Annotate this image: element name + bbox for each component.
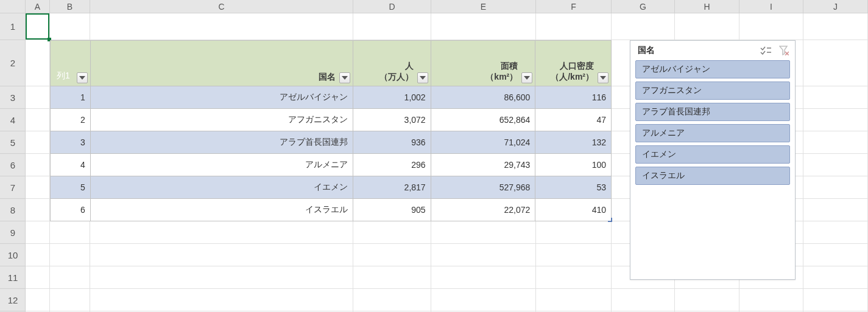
slicer-title: 国名 (638, 45, 760, 56)
filter-dropdown-button[interactable] (598, 72, 609, 83)
slicer-item[interactable]: アフガニスタン (635, 81, 790, 100)
multi-select-icon[interactable] (760, 44, 772, 57)
table-row[interactable]: 4アルメニア29629,743100 (50, 154, 612, 176)
table-cell[interactable]: 2,817 (353, 176, 431, 198)
slicer-header: 国名 (630, 41, 795, 60)
table-cell[interactable]: 410 (535, 199, 611, 221)
table-row[interactable]: 1アゼルバイジャン1,00286,600116 (50, 86, 612, 109)
table-cell[interactable]: 100 (535, 154, 611, 176)
table-header-label: 面積 （km²） (431, 58, 535, 86)
column-header-D[interactable]: D (353, 0, 431, 13)
table-header-cell: 面積 （km²） (431, 41, 536, 86)
table-cell[interactable]: 22,072 (431, 199, 536, 221)
table-header-row: 列1国名人 （万人）面積 （km²）人口密度 （人/km²） (50, 40, 612, 86)
table-cell[interactable]: 47 (535, 109, 611, 131)
table-cell[interactable]: アラブ首長国連邦 (91, 131, 353, 153)
table-cell[interactable]: イスラエル (91, 199, 353, 221)
slicer-item[interactable]: アルメニア (635, 124, 790, 142)
table-cell[interactable]: イエメン (91, 176, 353, 198)
column-header-F[interactable]: F (536, 0, 612, 13)
slicer-item[interactable]: イスラエル (635, 167, 790, 185)
filter-dropdown-button[interactable] (77, 72, 88, 83)
table-cell[interactable]: 29,743 (431, 154, 536, 176)
slicer-item[interactable]: アゼルバイジャン (635, 60, 790, 78)
table-resize-handle[interactable] (608, 218, 612, 222)
table-header-cell: 人 （万人） (353, 41, 431, 86)
column-header-A[interactable]: A (26, 0, 50, 13)
row-header-4[interactable]: 4 (0, 109, 26, 131)
table-cell[interactable]: 3 (51, 131, 91, 153)
table-cell[interactable]: 296 (353, 154, 431, 176)
table-row[interactable]: 3アラブ首長国連邦93671,024132 (50, 131, 612, 154)
table-cell[interactable]: 5 (51, 176, 91, 198)
column-header-C[interactable]: C (90, 0, 353, 13)
table-cell[interactable]: 652,864 (431, 109, 536, 131)
row-header-12[interactable]: 12 (0, 289, 26, 311)
row-header-3[interactable]: 3 (0, 86, 26, 109)
column-header-I[interactable]: I (739, 0, 803, 13)
row-header-11[interactable]: 11 (0, 266, 26, 289)
column-header-H[interactable]: H (675, 0, 739, 13)
slicer-item[interactable]: アラブ首長国連邦 (635, 103, 790, 121)
table-cell[interactable]: 6 (51, 199, 91, 221)
table-cell[interactable]: 53 (535, 176, 611, 198)
column-header-row: ABCDEFGHIJ (0, 0, 868, 13)
table-cell[interactable]: 936 (353, 131, 431, 153)
table-cell[interactable]: 905 (353, 199, 431, 221)
table-cell[interactable]: 527,968 (431, 176, 536, 198)
column-header-J[interactable]: J (803, 0, 868, 13)
table-header-cell: 国名 (91, 41, 353, 86)
table-cell[interactable]: 71,024 (431, 131, 536, 153)
table-cell[interactable]: 3,072 (353, 109, 431, 131)
row-header-6[interactable]: 6 (0, 154, 26, 176)
table-cell[interactable]: 1 (51, 86, 91, 108)
active-cell-A1[interactable] (26, 13, 49, 40)
row-header-col: 123456789101112 (0, 0, 26, 312)
table-cell[interactable]: アルメニア (91, 154, 353, 176)
row-header-9[interactable]: 9 (0, 221, 26, 244)
spreadsheet-grid: 列1国名人 （万人）面積 （km²）人口密度 （人/km²）1アゼルバイジャン1… (0, 0, 868, 312)
row-header-8[interactable]: 8 (0, 199, 26, 221)
row-header-2[interactable]: 2 (0, 40, 26, 86)
table-cell[interactable]: 132 (535, 131, 611, 153)
filter-dropdown-button[interactable] (417, 72, 428, 83)
cell-area[interactable]: 列1国名人 （万人）面積 （km²）人口密度 （人/km²）1アゼルバイジャン1… (26, 13, 868, 312)
slicer-item[interactable]: イエメン (635, 145, 790, 164)
table-cell[interactable]: 86,600 (431, 86, 536, 108)
row-header-7[interactable]: 7 (0, 176, 26, 199)
table-cell[interactable]: 4 (51, 154, 91, 176)
clear-filter-icon[interactable] (778, 44, 790, 57)
row-header-10[interactable]: 10 (0, 244, 26, 266)
slicer-body: アゼルバイジャンアフガニスタンアラブ首長国連邦アルメニアイエメンイスラエル (630, 60, 795, 190)
filter-dropdown-button[interactable] (339, 72, 350, 83)
row-header-5[interactable]: 5 (0, 131, 26, 154)
column-header-E[interactable]: E (431, 0, 536, 13)
table-row[interactable]: 6イスラエル90522,072410 (50, 199, 612, 221)
table-cell[interactable]: アフガニスタン (91, 109, 353, 131)
column-header-B[interactable]: B (50, 0, 90, 13)
table-cell[interactable]: 1,002 (353, 86, 431, 108)
table-cell[interactable]: 116 (535, 86, 611, 108)
table-header-label: 国名 (91, 69, 353, 86)
table-header-cell: 人口密度 （人/km²） (535, 41, 611, 86)
table-cell[interactable]: 2 (51, 109, 91, 131)
filter-dropdown-button[interactable] (521, 72, 532, 83)
table-row[interactable]: 2アフガニスタン3,072652,86447 (50, 109, 612, 131)
select-all-corner[interactable] (0, 0, 26, 13)
table-row[interactable]: 5イエメン2,817527,96853 (50, 176, 612, 199)
table-header-cell: 列1 (51, 41, 91, 86)
row-header-1[interactable]: 1 (0, 13, 26, 40)
table-cell[interactable]: アゼルバイジャン (91, 86, 353, 108)
column-header-G[interactable]: G (612, 0, 675, 13)
slicer-panel[interactable]: 国名アゼルバイジャンアフガニスタンアラブ首長国連邦アルメニアイエメンイスラエル (630, 40, 796, 280)
